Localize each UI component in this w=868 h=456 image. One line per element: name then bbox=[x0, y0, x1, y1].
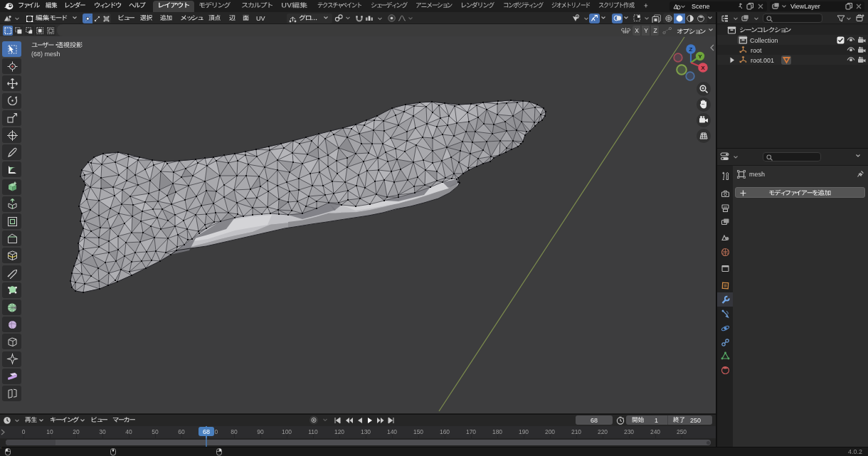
svg-text:X: X bbox=[701, 65, 705, 71]
svg-text:Y: Y bbox=[698, 53, 702, 60]
svg-text:Z: Z bbox=[689, 46, 693, 53]
